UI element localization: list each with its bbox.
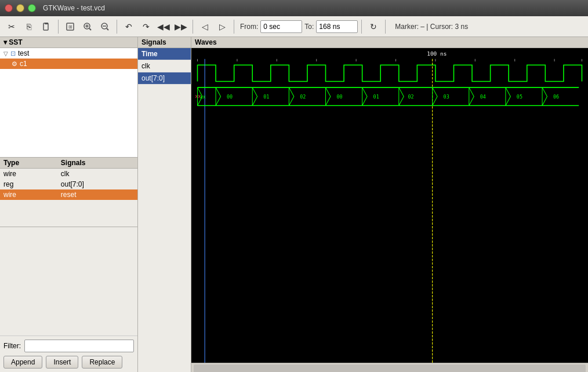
zoom-out-button[interactable]	[97, 19, 113, 35]
sst-item-label: test	[18, 49, 29, 57]
sig-row-clk[interactable]: wire clk	[0, 168, 137, 179]
svg-text:00: 00	[336, 94, 342, 100]
next-marker-button[interactable]: ▷	[214, 19, 230, 35]
prev-marker-button[interactable]: ◁	[197, 19, 213, 35]
sep2	[117, 20, 117, 34]
svg-text:06: 06	[553, 94, 559, 100]
svg-text:04: 04	[480, 94, 486, 100]
svg-text:⊞: ⊞	[68, 24, 72, 30]
main-area: ▾ SST ▽ ⊡ test ⚙ c1 Type Signals	[0, 37, 588, 372]
redo-button[interactable]: ↷	[138, 19, 154, 35]
sst-tree[interactable]: ▽ ⊡ test ⚙ c1	[0, 48, 137, 158]
waveform-svg: 100 ns	[191, 48, 588, 363]
svg-rect-11	[191, 48, 588, 363]
waves-canvas[interactable]: 100 ns	[191, 48, 588, 363]
window-title: GTKWave - test.vcd	[43, 4, 105, 12]
svg-text:05: 05	[517, 94, 522, 100]
filter-area: Filter: Append Insert Replace	[0, 335, 137, 372]
zoom-in-button[interactable]	[79, 19, 96, 35]
sig-name-clk: clk	[57, 168, 137, 179]
sep3	[193, 20, 193, 34]
filter-row: Filter:	[3, 340, 134, 352]
sst-spacer	[0, 227, 137, 336]
filter-label: Filter:	[3, 342, 21, 350]
to-label: To:	[304, 23, 314, 31]
shift-right-button[interactable]: ▶▶	[173, 19, 189, 35]
svg-rect-1	[45, 23, 48, 24]
copy-button[interactable]: ⎘	[21, 19, 37, 35]
sst-chip-icon: ⚙	[12, 60, 17, 68]
maximize-button[interactable]	[28, 4, 36, 12]
toolbar: ✂ ⎘ ⊞ ↶ ↷ ◀◀ ▶▶ ◁ ▷ From: To: ↻ Marker: …	[0, 16, 588, 37]
replace-button[interactable]: Replace	[82, 356, 122, 369]
sst-title: ▾ SST	[3, 38, 23, 46]
waves-panel: Waves 100 ns	[191, 37, 588, 372]
signals-header: Signals	[138, 37, 191, 48]
zoom-fit-button[interactable]: ⊞	[62, 19, 78, 35]
paste-button[interactable]	[38, 19, 55, 35]
signals-type-table: Type Signals wire clk reg out[7:0] wire	[0, 158, 137, 200]
undo-button[interactable]: ↶	[121, 19, 137, 35]
sst-expand-icon: ▽	[3, 50, 8, 57]
signal-clk[interactable]: clk	[138, 60, 191, 72]
svg-text:xx: xx	[195, 93, 201, 99]
signal-time-header: Time	[138, 48, 191, 60]
filter-input[interactable]	[24, 340, 134, 352]
svg-text:100 ns: 100 ns	[427, 50, 447, 57]
svg-text:01: 01	[263, 94, 269, 100]
marker-info: Marker: – | Cursor: 3 ns	[395, 23, 468, 31]
signal-out[interactable]: out[7:0]	[138, 72, 191, 85]
sig-name-out: out[7:0]	[57, 179, 137, 189]
to-input[interactable]	[316, 20, 358, 33]
sig-row-reset[interactable]: wire reset	[0, 189, 137, 200]
svg-text:03: 03	[444, 94, 449, 100]
sst-item-c1[interactable]: ⚙ c1	[0, 59, 137, 69]
waves-header: Waves	[191, 37, 588, 48]
sig-type-reset: wire	[0, 189, 57, 200]
sst-module-icon: ⊡	[10, 50, 16, 57]
sig-name-reset: reset	[57, 189, 137, 200]
shift-left-button[interactable]: ◀◀	[155, 19, 172, 35]
from-to-area: From: To:	[240, 20, 358, 33]
sig-type-out: reg	[0, 179, 57, 189]
horizontal-scrollbar[interactable]	[191, 363, 588, 372]
sst-panel: ▾ SST ▽ ⊡ test ⚙ c1 Type Signals	[0, 37, 138, 372]
from-label: From:	[240, 23, 258, 31]
signals-type-panel: Type Signals wire clk reg out[7:0] wire	[0, 158, 137, 227]
sep5	[361, 20, 362, 34]
sst-header: ▾ SST	[0, 37, 137, 48]
insert-button[interactable]: Insert	[46, 356, 78, 369]
sig-row-out[interactable]: reg out[7:0]	[0, 179, 137, 189]
svg-line-7	[89, 28, 91, 30]
sep1	[58, 20, 59, 34]
sst-item-test[interactable]: ▽ ⊡ test	[0, 48, 137, 59]
signals-panel: Signals Time clk out[7:0]	[138, 37, 191, 372]
svg-text:01: 01	[373, 94, 379, 100]
sep4	[234, 20, 234, 34]
col-type: Type	[0, 158, 57, 169]
svg-text:02: 02	[408, 94, 414, 100]
close-button[interactable]	[5, 4, 13, 12]
sig-type-clk: wire	[0, 168, 57, 179]
action-buttons: Append Insert Replace	[3, 356, 134, 369]
svg-text:02: 02	[300, 94, 306, 100]
from-input[interactable]	[260, 20, 302, 33]
sep6	[385, 20, 386, 34]
sst-item-label: c1	[20, 60, 27, 68]
minimize-button[interactable]	[16, 4, 24, 12]
append-button[interactable]: Append	[3, 356, 42, 369]
titlebar: GTKWave - test.vcd	[0, 0, 588, 16]
col-signal: Signals	[57, 158, 137, 169]
svg-text:00: 00	[227, 94, 233, 100]
refresh-button[interactable]: ↻	[365, 19, 382, 35]
cut-button[interactable]: ✂	[3, 19, 20, 35]
svg-line-10	[107, 28, 108, 30]
